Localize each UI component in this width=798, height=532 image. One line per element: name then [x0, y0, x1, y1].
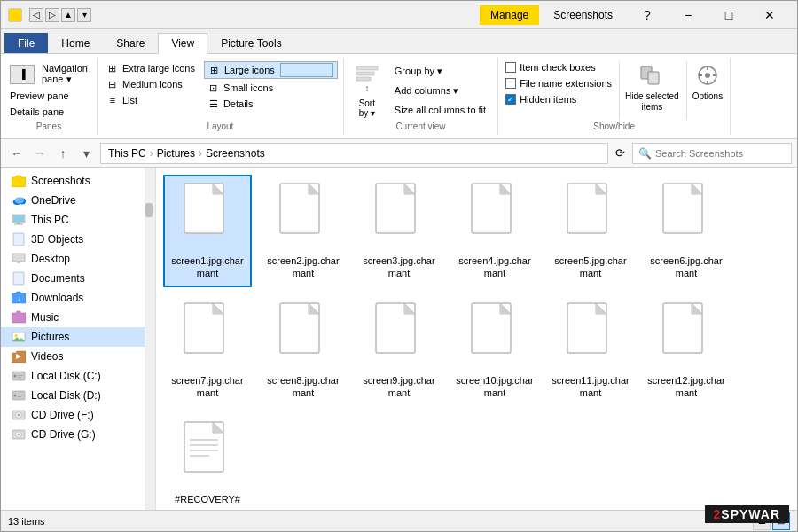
sidebar-item-onedrive[interactable]: OneDrive [1, 191, 145, 210]
sidebar-item-documents[interactable]: Documents [1, 269, 145, 288]
hidden-items-row[interactable]: ✓ Hidden items [505, 93, 612, 106]
preview-pane-button[interactable]: Preview pane [6, 89, 91, 103]
sidebar-item-cd-drive--f--[interactable]: CD Drive (F:) [1, 405, 145, 425]
maximize-button[interactable]: □ [708, 1, 749, 29]
file-item[interactable]: screen4.jpg.char mant [450, 175, 539, 287]
help-button[interactable]: ? [627, 1, 668, 29]
details-pane-button[interactable]: Details pane [6, 105, 91, 119]
tab-view[interactable]: View [158, 33, 207, 54]
show-hide-group-label: Show/hide [505, 121, 723, 131]
item-check-boxes-checkbox[interactable] [505, 62, 516, 73]
sidebar-item-screenshots[interactable]: Screenshots [1, 171, 145, 191]
sidebar-item-downloads[interactable]: ↓Downloads [1, 288, 145, 308]
sidebar-item-music[interactable]: Music [1, 308, 145, 327]
svg-rect-39 [18, 396, 21, 397]
path-this-pc[interactable]: This PC [108, 147, 146, 160]
svg-point-37 [14, 395, 17, 397]
sidebar-item-pictures[interactable]: Pictures [1, 327, 145, 347]
manage-tab-title[interactable]: Manage [480, 5, 539, 25]
file-item[interactable]: screen11.jpg.char mant [546, 294, 635, 407]
file-item[interactable]: screen12.jpg.char mant [642, 294, 731, 407]
file-icon [273, 301, 333, 372]
sidebar-item-icon [12, 427, 26, 442]
file-item[interactable]: screen9.jpg.char mant [355, 294, 443, 407]
address-path[interactable]: This PC › Pictures › Screenshots [100, 143, 608, 164]
file-item[interactable]: screen2.jpg.char mant [259, 175, 348, 287]
sidebar-item-cd-drive--g--[interactable]: CD Drive (G:) [1, 425, 145, 444]
sidebar-item-icon [12, 252, 26, 266]
svg-text:↓: ↓ [17, 294, 20, 302]
sidebar-item-3d-objects[interactable]: 3D Objects [1, 230, 145, 249]
quick-access-back[interactable]: ◁ [29, 8, 43, 22]
svg-rect-5 [648, 72, 659, 84]
sidebar-scrollbar[interactable] [145, 168, 153, 510]
file-name: screen10.jpg.char mant [456, 374, 534, 400]
list-option[interactable]: ≡ List [103, 93, 199, 107]
file-item[interactable]: #RECOVERY# [163, 413, 252, 510]
file-item[interactable]: screen8.jpg.char mant [259, 294, 348, 407]
preview-pane-label: Preview pane [10, 90, 69, 101]
search-box[interactable]: 🔍 [632, 143, 792, 164]
svg-rect-34 [18, 375, 23, 376]
tab-home[interactable]: Home [48, 33, 103, 53]
minimize-button[interactable]: − [668, 1, 708, 29]
layout-group: ⊞ Extra large icons ⊟ Medium icons ≡ Lis… [98, 58, 344, 135]
quick-access-forward[interactable]: ▷ [45, 8, 59, 22]
tab-file[interactable]: File [4, 33, 48, 53]
path-screenshots[interactable]: Screenshots [206, 147, 265, 160]
add-columns-button[interactable]: Add columns ▾ [388, 82, 492, 99]
path-pictures[interactable]: Pictures [157, 147, 195, 160]
hide-selected-section: Hide selecteditems [619, 61, 679, 120]
group-by-button[interactable]: Group by ▾ [388, 63, 492, 80]
options-icon[interactable] [693, 61, 722, 90]
file-item[interactable]: screen7.jpg.char mant [163, 294, 252, 407]
quick-access-up[interactable]: ▲ [61, 8, 75, 22]
refresh-button[interactable]: ⟳ [612, 145, 629, 161]
hidden-items-checkbox[interactable]: ✓ [505, 94, 516, 105]
panes-group-label: Panes [6, 121, 91, 131]
navigation-pane-sub: pane ▾ [42, 74, 88, 85]
navigation-pane-button[interactable]: ▐ Navigation pane ▾ [6, 61, 91, 87]
extra-large-icons-icon: ⊞ [106, 62, 119, 74]
group-by-label: Group by ▾ [395, 66, 442, 77]
sidebar-item-desktop[interactable]: Desktop [1, 249, 145, 269]
search-input[interactable] [655, 148, 779, 159]
extra-large-icons-option[interactable]: ⊞ Extra large icons [103, 61, 199, 75]
panes-group: ▐ Navigation pane ▾ Preview pane Details… [1, 58, 98, 135]
svg-point-11 [705, 73, 710, 78]
file-name-extensions-row[interactable]: File name extensions [505, 77, 612, 90]
recent-locations-button[interactable]: ▾ [75, 143, 97, 164]
svg-point-45 [18, 434, 20, 435]
sort-by-button[interactable]: ↕ Sort by ▾ [349, 61, 385, 120]
sidebar-item-local-disk--c--[interactable]: Local Disk (C:) [1, 366, 145, 386]
sidebar-item-videos[interactable]: Videos [1, 347, 145, 366]
file-item[interactable]: screen1.jpg.char mant [163, 175, 252, 287]
file-item[interactable]: screen5.jpg.char mant [546, 175, 635, 287]
file-name: screen12.jpg.char mant [647, 374, 725, 400]
details-label: Details [223, 98, 254, 109]
item-check-boxes-row[interactable]: Item check boxes [505, 61, 612, 74]
customize-quick-access[interactable]: ▾ [77, 8, 91, 22]
file-item[interactable]: screen6.jpg.char mant [642, 175, 731, 287]
main-content: ScreenshotsOneDriveThis PC3D ObjectsDesk… [1, 168, 797, 510]
sidebar-item-label: Documents [31, 272, 85, 285]
sidebar-item-this-pc[interactable]: This PC [1, 210, 145, 230]
medium-icons-option[interactable]: ⊟ Medium icons [103, 77, 199, 91]
forward-button[interactable]: → [29, 143, 51, 164]
file-item[interactable]: screen10.jpg.char mant [450, 294, 539, 407]
size-all-columns-button[interactable]: Size all columns to fit [388, 102, 492, 118]
details-option[interactable]: ☰ Details [204, 97, 338, 111]
tab-picture-tools[interactable]: Picture Tools [207, 33, 294, 53]
small-icons-option[interactable]: ⊡ Small icons [204, 81, 338, 95]
large-icons-option[interactable]: ⊞ Large icons [204, 61, 338, 79]
back-button[interactable]: ← [6, 143, 27, 164]
sidebar-wrapper: ScreenshotsOneDriveThis PC3D ObjectsDesk… [1, 168, 156, 510]
file-item[interactable]: screen3.jpg.char mant [355, 175, 443, 287]
file-name-extensions-checkbox[interactable] [505, 78, 516, 89]
up-button[interactable]: ↑ [52, 143, 74, 164]
svg-rect-18 [17, 223, 20, 224]
tab-share[interactable]: Share [103, 33, 158, 53]
close-button[interactable]: ✕ [749, 1, 790, 29]
sidebar-item-local-disk--d--[interactable]: Local Disk (D:) [1, 386, 145, 405]
ribbon-tabs: File Home Share View Picture Tools [1, 29, 797, 54]
